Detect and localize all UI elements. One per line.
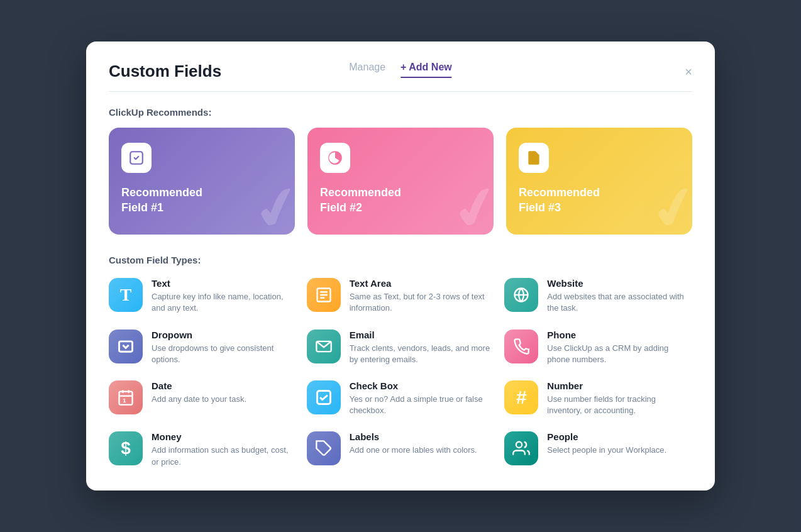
field-item-money[interactable]: $ Money Add information such as budget, …	[109, 431, 297, 467]
field-item-people[interactable]: People Select people in your Workplace.	[504, 431, 692, 467]
custom-fields-modal: Custom Fields Manage + Add New × ClickUp…	[86, 42, 715, 490]
people-name: People	[547, 431, 692, 442]
modal-header: Custom Fields Manage + Add New ×	[109, 62, 692, 81]
field-item-textarea[interactable]: Text Area Same as Text, but for 2-3 rows…	[307, 278, 495, 314]
rec-card-1-label: RecommendedField #1	[121, 186, 282, 215]
field-item-labels[interactable]: Labels Add one or more lables with color…	[307, 431, 495, 467]
close-button[interactable]: ×	[685, 65, 692, 78]
rec-card-1-icon	[121, 143, 152, 173]
email-icon	[307, 330, 341, 363]
field-item-text[interactable]: T Text Capture key info like name, locat…	[109, 278, 297, 314]
email-info: Email Track clents, vendors, leads, and …	[350, 330, 495, 365]
field-item-email[interactable]: Email Track clents, vendors, leads, and …	[307, 330, 495, 365]
textarea-icon	[307, 278, 341, 312]
text-name: Text	[152, 278, 297, 289]
dropdown-info: Dropown Use dropdowns to give consistent…	[152, 330, 297, 365]
labels-info: Labels Add one or more lables with color…	[350, 431, 495, 456]
field-item-date[interactable]: 1 Date Add any date to your task.	[109, 380, 297, 416]
checkbox-name: Check Box	[350, 380, 495, 391]
svg-rect-9	[119, 341, 133, 351]
money-icon: $	[109, 431, 143, 465]
dropdown-icon	[109, 330, 143, 363]
field-item-checkbox[interactable]: Check Box Yes or no? Add a simple true o…	[307, 380, 495, 416]
date-desc: Add any date to your task.	[152, 394, 297, 405]
svg-point-18	[516, 442, 522, 448]
website-name: Website	[547, 278, 692, 289]
phone-name: Phone	[547, 330, 692, 340]
header-divider	[109, 91, 692, 92]
labels-name: Labels	[350, 431, 495, 442]
people-icon	[504, 431, 538, 465]
text-info: Text Capture key info like name, locatio…	[152, 278, 297, 314]
field-item-dropdown[interactable]: Dropown Use dropdowns to give consistent…	[109, 330, 297, 365]
recommended-card-1[interactable]: RecommendedField #1 ✔	[109, 128, 295, 235]
modal-tabs: Manage + Add New	[349, 62, 451, 78]
rec-card-2-icon	[320, 143, 350, 173]
recommends-title: ClickUp Recommends:	[109, 107, 692, 118]
website-desc: Add websites that are associated with th…	[547, 291, 692, 314]
rec-card-3-label: RecommendedField #3	[519, 186, 680, 215]
number-name: Number	[547, 380, 692, 391]
phone-icon	[504, 330, 538, 363]
rec-card-3-icon	[519, 143, 549, 173]
recommended-card-3[interactable]: RecommendedField #3 ✔	[506, 128, 692, 235]
recommended-grid: RecommendedField #1 ✔ RecommendedField #…	[109, 128, 692, 235]
text-icon: T	[109, 278, 143, 312]
field-item-website[interactable]: Website Add websites that are associated…	[504, 278, 692, 314]
checkbox-icon	[307, 380, 341, 414]
tab-add-new[interactable]: + Add New	[400, 62, 452, 78]
textarea-desc: Same as Text, but for 2-3 rows of text i…	[350, 291, 495, 314]
money-name: Money	[152, 431, 297, 442]
number-desc: Use number fields for tracking inventory…	[547, 394, 692, 416]
checkbox-desc: Yes or no? Add a simple true or false ch…	[350, 394, 495, 416]
money-desc: Add information such as budget, cost, or…	[152, 445, 297, 467]
modal-title: Custom Fields	[109, 62, 221, 81]
email-desc: Track clents, vendors, leads, and more b…	[350, 343, 495, 365]
date-info: Date Add any date to your task.	[152, 380, 297, 405]
phone-info: Phone Use ClickUp as a CRM by adding pho…	[547, 330, 692, 365]
recommended-card-2[interactable]: RecommendedField #2 ✔	[307, 128, 494, 235]
dropdown-desc: Use dropdowns to give consistent options…	[152, 343, 297, 365]
money-info: Money Add information such as budget, co…	[152, 431, 297, 467]
website-icon	[504, 278, 538, 312]
phone-desc: Use ClickUp as a CRM by adding phone num…	[547, 343, 692, 365]
number-info: Number Use number fields for tracking in…	[547, 380, 692, 416]
textarea-info: Text Area Same as Text, but for 2-3 rows…	[350, 278, 495, 314]
people-info: People Select people in your Workplace.	[547, 431, 692, 456]
email-name: Email	[350, 330, 495, 340]
checkbox-info: Check Box Yes or no? Add a simple true o…	[350, 380, 495, 416]
field-item-number[interactable]: # Number Use number fields for tracking …	[504, 380, 692, 416]
people-desc: Select people in your Workplace.	[547, 445, 692, 456]
number-icon: #	[504, 380, 538, 414]
field-item-phone[interactable]: Phone Use ClickUp as a CRM by adding pho…	[504, 330, 692, 365]
textarea-name: Text Area	[350, 278, 495, 289]
dropdown-name: Dropown	[152, 330, 297, 340]
date-icon: 1	[109, 380, 143, 414]
rec-card-2-label: RecommendedField #2	[320, 186, 481, 215]
text-desc: Capture key info like name, location, an…	[152, 291, 297, 314]
fields-grid: T Text Capture key info like name, locat…	[109, 278, 692, 468]
date-name: Date	[152, 380, 297, 391]
labels-icon	[307, 431, 341, 465]
labels-desc: Add one or more lables with colors.	[350, 445, 495, 456]
website-info: Website Add websites that are associated…	[547, 278, 692, 314]
tab-manage[interactable]: Manage	[349, 62, 385, 78]
field-types-title: Custom Field Types:	[109, 255, 692, 265]
svg-text:1: 1	[123, 397, 126, 404]
